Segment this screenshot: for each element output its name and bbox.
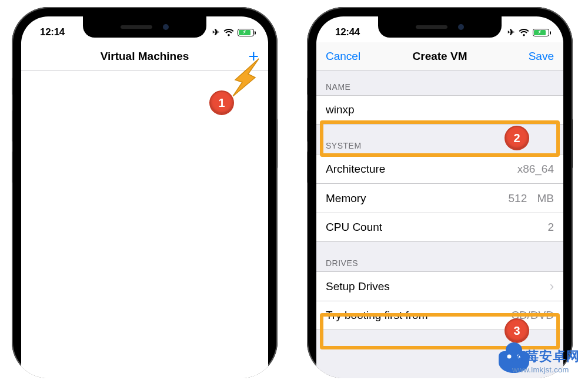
- volume-down-button: [307, 151, 308, 183]
- status-time: 12:14: [26, 26, 65, 38]
- row-label: Try booting first from: [326, 309, 428, 322]
- setup-drives-row[interactable]: Setup Drives ›: [316, 271, 563, 301]
- save-button[interactable]: Save: [529, 42, 554, 70]
- notch: [83, 16, 206, 38]
- callout-3: 3: [505, 318, 529, 343]
- row-label: Architecture: [326, 163, 385, 176]
- memory-row[interactable]: Memory 512 MB: [316, 183, 563, 213]
- name-row[interactable]: [316, 95, 563, 125]
- silence-switch: [307, 78, 308, 95]
- row-label: Memory: [326, 192, 366, 205]
- power-button: [572, 119, 573, 169]
- svg-point-1: [507, 355, 512, 359]
- vm-name-input[interactable]: [326, 103, 554, 116]
- status-time: 12:44: [321, 26, 360, 38]
- power-button: [277, 119, 278, 169]
- callout-2: 2: [505, 126, 529, 150]
- section-header-drives: DRIVES: [316, 242, 563, 271]
- chevron-right-icon: ›: [550, 279, 554, 294]
- airplane-mode-icon: ✈︎: [212, 27, 220, 38]
- notch: [378, 16, 502, 38]
- callout-1: 1: [209, 90, 234, 115]
- battery-icon: ⚡︎: [238, 29, 254, 36]
- battery-icon: ⚡︎: [533, 29, 549, 36]
- page-title: Create VM: [413, 50, 467, 63]
- volume-up-button: [12, 110, 12, 142]
- empty-list: [21, 70, 268, 378]
- phone-left: 12:14 ✈︎ ⚡︎ Virtual Machines +: [12, 7, 278, 378]
- navbar-left: Virtual Machines +: [21, 42, 268, 70]
- memory-unit: MB: [537, 192, 554, 205]
- row-value: 2: [547, 221, 554, 234]
- wifi-icon: [519, 29, 529, 36]
- architecture-row[interactable]: Architecture x86_64: [316, 154, 563, 183]
- row-label: Setup Drives: [326, 280, 390, 293]
- add-button[interactable]: +: [248, 42, 259, 70]
- page-title: Virtual Machines: [101, 50, 189, 63]
- watermark-brand: 蓝莓安卓网: [512, 348, 580, 365]
- watermark-url: www.lmkjst.com: [512, 365, 580, 374]
- navbar-right: Cancel Create VM Save: [316, 42, 563, 70]
- wifi-icon: [223, 29, 234, 36]
- cpu-count-row[interactable]: CPU Count 2: [316, 213, 563, 242]
- row-label: CPU Count: [326, 221, 382, 234]
- memory-value: 512: [509, 192, 527, 205]
- volume-down-button: [12, 151, 12, 183]
- airplane-mode-icon: ✈︎: [507, 27, 515, 38]
- silence-switch: [12, 78, 12, 95]
- phone-right: 12:44 ✈︎ ⚡︎ Cancel Create VM Save NAME: [307, 7, 573, 378]
- section-header-name: NAME: [316, 70, 563, 95]
- cancel-button[interactable]: Cancel: [326, 42, 360, 70]
- volume-up-button: [307, 110, 308, 142]
- plus-icon: +: [248, 48, 259, 65]
- watermark-text: 蓝莓安卓网 www.lmkjst.com: [512, 348, 580, 374]
- row-value: x86_64: [517, 163, 554, 176]
